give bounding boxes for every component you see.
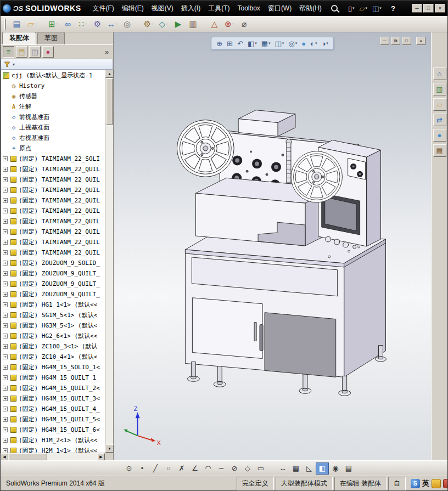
expand-toggle[interactable]: + bbox=[3, 354, 8, 359]
zoom-to-fit[interactable]: ⊕ bbox=[215, 39, 224, 48]
design-library-tab[interactable]: ▥ bbox=[433, 83, 446, 95]
quick-snaps-toggle[interactable]: ◉ bbox=[329, 462, 342, 475]
tree-item[interactable]: + (固定) HG4M_15_QUILT_4_ bbox=[1, 404, 105, 414]
grid-snap-toggle[interactable]: ▦ bbox=[289, 462, 303, 475]
expand-toggle[interactable]: + bbox=[3, 344, 8, 349]
tree-item[interactable]: + (固定) HG1_1<1> (默认<< bbox=[1, 300, 105, 310]
tree-item[interactable]: 右视基准面 bbox=[1, 133, 105, 143]
restore-document[interactable]: ⧉ bbox=[391, 37, 400, 45]
ime-toolbox-icon[interactable] bbox=[432, 479, 441, 488]
expand-toggle[interactable]: + bbox=[3, 198, 8, 203]
tree-item[interactable]: + (固定) HG4M_15_QUILT_3< bbox=[1, 393, 105, 404]
expand-toggle[interactable]: + bbox=[3, 365, 8, 370]
filter-funnel-icon[interactable] bbox=[4, 61, 10, 67]
tree-item[interactable]: 原点 bbox=[1, 143, 105, 154]
tree-item[interactable]: + (固定) HG3M_5<1> (默认< bbox=[1, 320, 105, 331]
tree-item[interactable]: + (固定) ZOUZUOM_9_QUILT_ bbox=[1, 279, 105, 289]
search-icon[interactable] bbox=[331, 5, 338, 12]
filter-dropdown-icon[interactable]: ▾ bbox=[13, 62, 15, 67]
linear-component-pattern[interactable]: ∷ ▾ bbox=[75, 17, 90, 31]
panel-tab[interactable]: 草图 bbox=[37, 32, 65, 44]
tree-item[interactable]: + (固定) TAIMIANM_22_SOLI bbox=[1, 154, 105, 164]
tree-item[interactable]: + (固定) TAIMIANM_22_QUIL bbox=[1, 237, 105, 247]
tree-item[interactable]: + (固定) SG1M_5<1> (默认< bbox=[1, 310, 105, 320]
tree-item[interactable]: + (固定) TAIMIANM_22_QUIL bbox=[1, 206, 105, 216]
menu-item[interactable]: 窗口(W) bbox=[264, 2, 295, 15]
tree-item[interactable]: + (固定) HG2_6<1> (默认<< bbox=[1, 331, 105, 341]
expand-toggle[interactable]: + bbox=[3, 177, 8, 182]
menu-item[interactable]: 编辑(E) bbox=[118, 2, 148, 15]
smart-dimension-tool[interactable]: ⊙ bbox=[122, 462, 136, 475]
close-window[interactable]: × bbox=[435, 4, 445, 13]
ime-language-indicator[interactable]: 英 bbox=[422, 478, 429, 488]
view-settings[interactable]: ◑ ▾ bbox=[320, 39, 329, 48]
panel-expand-chevron[interactable]: » bbox=[103, 48, 111, 56]
expand-toggle[interactable]: + bbox=[3, 427, 8, 432]
tree-item[interactable]: 传感器 bbox=[1, 91, 105, 101]
configurationmanager-tab[interactable]: ◫ bbox=[29, 46, 41, 58]
expand-toggle[interactable]: + bbox=[3, 302, 8, 307]
tree-item[interactable]: + (固定) H1M_2<1> (默认<< bbox=[1, 435, 105, 445]
hide-show-items[interactable]: ◎ ▾ bbox=[287, 39, 299, 48]
expand-toggle[interactable]: + bbox=[3, 208, 8, 213]
view-palette-tab[interactable]: ⇄ bbox=[433, 114, 446, 126]
tree-item[interactable]: + (固定) TAIMIANM_22_QUIL bbox=[1, 227, 105, 237]
tree-item[interactable]: 前视基准面 bbox=[1, 112, 105, 122]
graphics-area[interactable]: Z X ⊕ ⊞ ↶ bbox=[114, 32, 431, 460]
maximize-window[interactable]: □ bbox=[423, 4, 434, 13]
expand-toggle[interactable]: + bbox=[3, 167, 8, 172]
expand-toggle[interactable]: + bbox=[3, 219, 8, 224]
tree-item[interactable]: + (固定) HG4M_15_QUILT_5< bbox=[1, 414, 105, 425]
expand-toggle[interactable]: + bbox=[3, 250, 8, 255]
grid-settings[interactable]: ▤ bbox=[342, 462, 355, 475]
expand-toggle[interactable]: + bbox=[3, 156, 8, 161]
expand-toggle[interactable]: + bbox=[3, 323, 8, 328]
tree-item[interactable]: History bbox=[1, 81, 105, 91]
tree-item[interactable]: + (固定) TAIMIANM_22_QUIL bbox=[1, 195, 105, 206]
solidworks-resources-tab[interactable]: ⌂ bbox=[433, 67, 446, 80]
menu-item[interactable]: 插入(I) bbox=[177, 2, 204, 15]
shaded-sketch-contours-toggle[interactable]: ◧ bbox=[316, 462, 329, 475]
expand-toggle[interactable]: + bbox=[3, 375, 8, 380]
tree-item[interactable]: + (固定) ZC10_4<1> (默认< bbox=[1, 352, 105, 362]
expand-toggle[interactable]: + bbox=[3, 334, 8, 338]
open-recent[interactable]: ▱ ▾ bbox=[24, 17, 39, 31]
help-button[interactable]: ? bbox=[391, 4, 395, 13]
ime-icon[interactable]: S bbox=[411, 479, 420, 488]
file-explorer-tab[interactable]: ▱ bbox=[433, 98, 446, 111]
angle-snap-toggle[interactable]: ◺ bbox=[303, 462, 316, 475]
show-hidden-components[interactable]: ◎ bbox=[120, 17, 135, 31]
save-document[interactable]: ◫ ▾ bbox=[371, 4, 383, 13]
new-document[interactable]: ▯ ▾ bbox=[346, 4, 356, 13]
mate[interactable]: ∞ bbox=[60, 17, 75, 31]
apply-scene[interactable]: ◐ ▾ bbox=[309, 39, 318, 48]
expand-toggle[interactable]: + bbox=[3, 261, 8, 266]
edit-appearance[interactable]: ● bbox=[300, 39, 307, 48]
sketch-fillet-tool[interactable]: ∠ bbox=[188, 462, 201, 475]
reference-geometry[interactable]: ◇ ▾ bbox=[156, 17, 171, 31]
expand-toggle[interactable]: + bbox=[3, 417, 8, 422]
featuremanager-design-tree-tab[interactable]: ≡ bbox=[3, 46, 14, 58]
expand-toggle[interactable]: + bbox=[3, 240, 8, 245]
assembly-features[interactable]: ⚙ ▾ bbox=[141, 17, 156, 31]
bill-of-materials[interactable]: ▥ bbox=[186, 17, 200, 31]
menu-item[interactable]: Toolbox bbox=[234, 3, 264, 14]
scroll-up-button[interactable]: ▲ bbox=[105, 70, 114, 78]
ime-extra-icon[interactable] bbox=[443, 479, 448, 488]
smart-fasteners[interactable]: ⚙ bbox=[90, 17, 105, 31]
expand-toggle[interactable]: + bbox=[3, 448, 8, 453]
expand-toggle[interactable]: + bbox=[3, 229, 8, 234]
ellipse-tool[interactable]: ⊘ bbox=[228, 462, 241, 475]
expand-toggle[interactable]: + bbox=[3, 292, 8, 297]
expand-toggle[interactable]: + bbox=[3, 407, 8, 411]
tree-item[interactable]: + (固定) H2M_1<1> (默认<< bbox=[1, 445, 105, 453]
horizontal-scroll-thumb[interactable] bbox=[9, 453, 47, 460]
appearances-scenes-tab[interactable]: ● bbox=[433, 129, 446, 142]
scroll-left-button[interactable]: ◀ bbox=[1, 453, 8, 460]
tree-item[interactable]: + (固定) TAIMIANM_22_QUIL bbox=[1, 164, 105, 174]
tree-item[interactable]: + (固定) TAIMIANM_22_QUIL bbox=[1, 216, 105, 227]
tree-item[interactable]: + (固定) ZOUZUOM_9_SOLID_ bbox=[1, 258, 105, 268]
tree-item[interactable]: + (固定) TAIMIANM_22_QUIL bbox=[1, 185, 105, 195]
custom-properties-tab[interactable]: ▦ bbox=[433, 144, 446, 157]
scroll-right-button[interactable]: ▶ bbox=[97, 453, 105, 460]
